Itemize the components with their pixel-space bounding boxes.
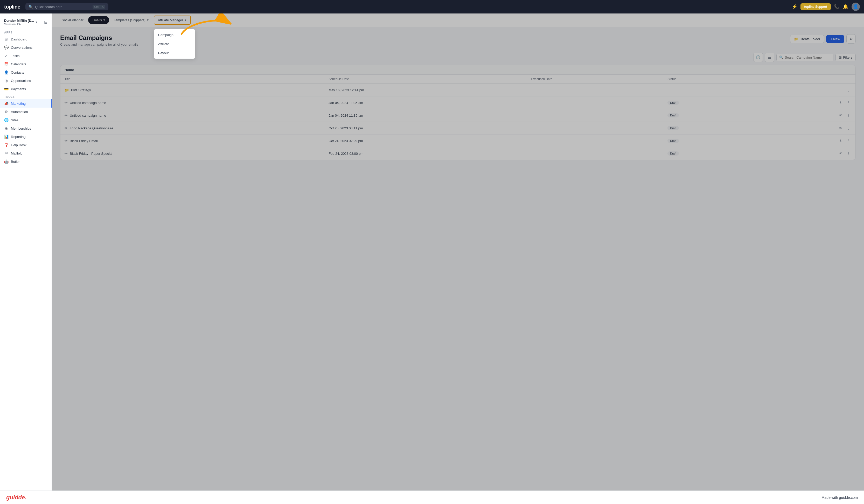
filters-button[interactable]: ⊟ Filters: [836, 54, 856, 61]
dashboard-icon: ⊞: [4, 37, 8, 41]
helpdesk-icon: ❓: [4, 143, 8, 147]
preview-button[interactable]: 👁: [838, 125, 843, 131]
search-input[interactable]: [785, 56, 830, 59]
subtabs-bar: Social Planner Emails ▼ Templates (Snipp…: [52, 13, 864, 27]
list-icon: ☰: [768, 55, 771, 59]
dropdown-item-campaign[interactable]: Campaign: [154, 30, 195, 39]
more-options-button[interactable]: ⋮: [845, 138, 851, 143]
sidebar-item-conversations[interactable]: 💬 Conversations: [0, 43, 52, 51]
status-cell: [663, 84, 755, 96]
sidebar-item-label: Automation: [11, 110, 28, 114]
sidebar-item-tasks[interactable]: ✓ Tasks: [0, 51, 52, 60]
campaign-title: Black Friday - Paper Special: [70, 152, 112, 156]
more-options-button[interactable]: ⋮: [845, 151, 851, 156]
sidebar-item-reporting[interactable]: 📊 Reporting: [0, 132, 52, 141]
dropdown-item-payout[interactable]: Payout: [154, 48, 195, 58]
apps-section-label: Apps: [0, 29, 52, 35]
settings-button[interactable]: ⚙: [847, 34, 856, 44]
workspace-location: Scranton, PA: [4, 23, 34, 26]
reporting-icon: 📊: [4, 134, 8, 139]
bell-icon[interactable]: 🔔: [843, 4, 849, 10]
edit-icon: ✏: [64, 126, 68, 130]
list-view-button[interactable]: ☰: [765, 53, 774, 62]
page-actions: 📁 Create Folder + New ⚙: [790, 34, 856, 44]
col-status: Status: [663, 75, 755, 84]
status-badge: Draft: [668, 100, 679, 105]
sidebar-item-label: Help Desk: [11, 143, 26, 147]
sidebar-item-helpdesk[interactable]: ❓ Help Desk: [0, 141, 52, 149]
sidebar-item-sites[interactable]: 🌐 Sites: [0, 116, 52, 124]
create-folder-button[interactable]: 📁 Create Folder: [790, 35, 824, 43]
payments-icon: 💳: [4, 87, 8, 91]
avatar[interactable]: 👤: [852, 3, 860, 11]
lightning-icon[interactable]: ⚡: [792, 4, 797, 10]
page-title-area: Email Campaigns Create and manage campai…: [60, 34, 138, 46]
schedule-date-cell: Jan 04, 2024 11:35 am: [324, 109, 527, 122]
sidebar-item-mailfold[interactable]: ✉ Mailfold: [0, 149, 52, 157]
schedule-date-cell: Oct 24, 2023 02:29 pm: [324, 134, 527, 147]
more-options-button[interactable]: ⋮: [845, 87, 851, 93]
row-actions: ⋮: [759, 87, 851, 93]
tab-emails[interactable]: Emails ▼: [88, 16, 109, 24]
clock-view-button[interactable]: 🕐: [754, 53, 763, 62]
clock-icon: 🕐: [756, 55, 760, 59]
table-row: ✏ Untitled campaign name Jan 04, 2024 11…: [60, 109, 855, 122]
sidebar-item-dashboard[interactable]: ⊞ Dashboard: [0, 35, 52, 43]
sidebar: Dunder Mifflin [D... Scranton, PA ▼ ⊟ Ap…: [0, 13, 52, 504]
sidebar-item-label: Dashboard: [11, 37, 27, 41]
preview-button[interactable]: 👁: [838, 113, 843, 118]
campaign-title-row: ✏ Black Friday Email: [64, 139, 320, 143]
schedule-date-cell: May 16, 2023 12:41 pm: [324, 84, 527, 96]
sidebar-toggle-icon[interactable]: ⊟: [44, 20, 47, 25]
preview-button[interactable]: 👁: [838, 138, 843, 143]
sidebar-item-contacts[interactable]: 👤 Contacts: [0, 68, 52, 76]
campaign-search-box[interactable]: 🔍: [776, 54, 833, 61]
col-execution-date: Execution Date: [527, 75, 663, 84]
global-search[interactable]: 🔍 Quick search here Ctrl + K: [25, 3, 108, 10]
bottom-bar: guidde. Made with guidde.com: [0, 491, 864, 504]
campaign-title-cell: 📁 Blitz Strategy: [60, 84, 324, 96]
more-options-button[interactable]: ⋮: [845, 113, 851, 118]
sidebar-item-calendars[interactable]: 📅 Calendars: [0, 60, 52, 68]
actions-cell: 👁 ⋮: [755, 122, 855, 134]
sidebar-item-label: Sites: [11, 118, 19, 122]
sidebar-item-payments[interactable]: 💳 Payments: [0, 85, 52, 93]
sidebar-item-opportunities[interactable]: ◎ Opportunities: [0, 76, 52, 85]
support-button[interactable]: topline Support: [801, 3, 831, 10]
sidebar-item-label: Memberships: [11, 127, 31, 130]
table-row: ✏ Untitled campaign name Jan 04, 2024 11…: [60, 96, 855, 109]
subtabs-wrapper: Social Planner Emails ▼ Templates (Snipp…: [52, 13, 864, 27]
status-badge: Draft: [668, 139, 679, 143]
row-actions: 👁 ⋮: [759, 151, 851, 156]
folder-icon: 📁: [64, 88, 69, 92]
sidebar-item-memberships[interactable]: ◉ Memberships: [0, 124, 52, 132]
calendars-icon: 📅: [4, 62, 8, 66]
sidebar-item-automation[interactable]: ⚙ Automation: [0, 108, 52, 116]
tasks-icon: ✓: [4, 54, 8, 58]
sidebar-item-marketing[interactable]: 📣 Marketing: [0, 99, 52, 108]
preview-button[interactable]: 👁: [838, 100, 843, 105]
actions-cell: 👁 ⋮: [755, 109, 855, 122]
workspace-selector[interactable]: Dunder Mifflin [D... Scranton, PA ▼ ⊟: [4, 19, 47, 26]
sidebar-item-label: Payments: [11, 87, 26, 91]
dropdown-item-affiliate[interactable]: Affiliate: [154, 39, 195, 48]
schedule-date-cell: Jan 04, 2024 11:35 am: [324, 96, 527, 109]
preview-button[interactable]: 👁: [838, 151, 843, 156]
edit-icon: ✏: [64, 100, 68, 105]
tab-social-planner[interactable]: Social Planner: [58, 16, 87, 24]
sidebar-item-butler[interactable]: 🤖 Butler: [0, 157, 52, 166]
tab-templates[interactable]: Templates (Snippets) ▼: [110, 16, 153, 24]
edit-icon: ✏: [64, 113, 68, 118]
folder-icon: 📁: [794, 37, 798, 41]
campaign-title-row: ✏ Logo Package Questionnaire: [64, 126, 320, 130]
tab-affiliate-manager[interactable]: Affiliate Manager ▼: [154, 15, 191, 25]
search-placeholder: Quick search here: [35, 5, 91, 9]
table-header: Title Schedule Date Execution Date Statu…: [60, 75, 855, 84]
new-button[interactable]: + New: [826, 35, 844, 43]
app-layout: Dunder Mifflin [D... Scranton, PA ▼ ⊟ Ap…: [0, 13, 864, 504]
phone-icon[interactable]: 📞: [834, 4, 840, 10]
campaign-title-cell: ✏ Black Friday Email: [60, 134, 324, 147]
campaigns-table: Title Schedule Date Execution Date Statu…: [60, 75, 855, 160]
more-options-button[interactable]: ⋮: [845, 125, 851, 131]
more-options-button[interactable]: ⋮: [845, 100, 851, 105]
